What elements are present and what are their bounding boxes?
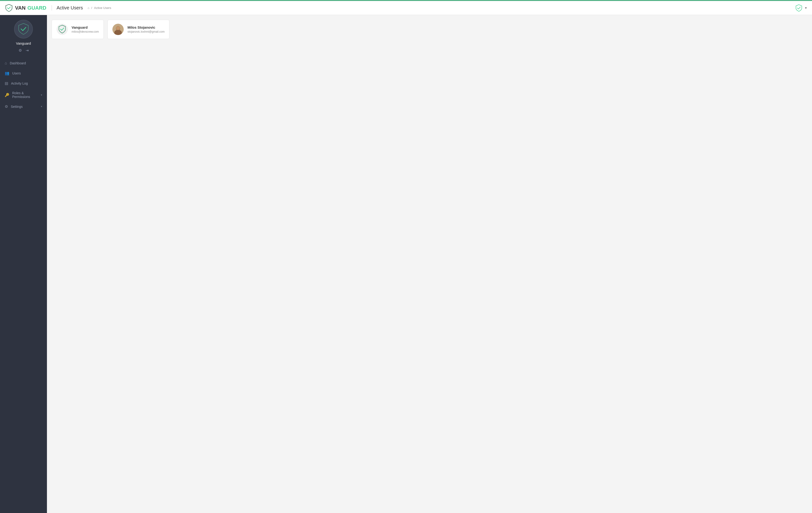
sidebar-item-roles-permissions-label: Roles & Permissions [12,91,38,99]
user-card-milos[interactable]: Milos Stojanovic stojanovic.loshmi@gmail… [108,20,169,39]
user-card-info-milos: Milos Stojanovic stojanovic.loshmi@gmail… [127,25,165,33]
sidebar-username: Vanguard [16,41,31,45]
breadcrumb-sep: / [91,6,92,10]
user-card-vanguard[interactable]: Vanguard milos@devscrew.com [52,20,104,39]
sidebar-item-settings[interactable]: ⚙ Settings ▾ [0,102,47,112]
user-avatar-vanguard [57,24,68,35]
brand-van: VAN [15,5,26,11]
user-avatar-milos [112,24,124,35]
brand-guard: GUARD [27,5,47,11]
page-title: Active Users [52,5,83,10]
breadcrumb-current: Active Users [94,6,111,10]
user-card-info-vanguard: Vanguard milos@devscrew.com [71,25,99,33]
sidebar-actions: ⚙ ⇥ [19,48,29,53]
top-accent-bar [0,0,812,1]
milos-photo-avatar [112,24,124,35]
sidebar-item-roles-permissions[interactable]: 🔑 Roles & Permissions ▾ [0,88,47,102]
activity-log-icon: ▤ [5,81,8,85]
user-card-name-milos: Milos Stojanovic [127,25,165,29]
navbar-right: ▼ [795,4,807,12]
brand-logo[interactable]: VANGUARD [5,4,47,12]
sidebar-item-settings-label: Settings [11,105,23,109]
sidebar: Vanguard ⚙ ⇥ ⌂ Dashboard 👥 Users ▤ Activ… [0,15,47,513]
logout-icon[interactable]: ⇥ [26,48,29,53]
brand-icon [5,4,13,12]
sidebar-avatar [14,20,33,38]
settings-chevron-icon: ▾ [41,105,42,108]
breadcrumb: ⌂ / Active Users [88,6,111,10]
breadcrumb-home-icon: ⌂ [88,6,89,10]
users-icon: 👥 [5,71,9,75]
user-card-name-vanguard: Vanguard [71,25,99,29]
user-card-email-milos: stojanovic.loshmi@gmail.com [127,30,165,33]
sidebar-shield-icon [17,23,30,36]
vanguard-shield-avatar [57,24,68,35]
settings-nav-icon: ⚙ [5,104,8,109]
navbar-dropdown-arrow[interactable]: ▼ [805,6,807,10]
settings-icon[interactable]: ⚙ [19,48,22,53]
sidebar-nav: ⌂ Dashboard 👥 Users ▤ Activity Log 🔑 Rol… [0,58,47,112]
sidebar-item-users[interactable]: 👥 Users [0,68,47,78]
main-content: Vanguard milos@devscrew.com [47,15,812,513]
user-cards-container: Vanguard milos@devscrew.com [52,20,807,39]
user-card-email-vanguard: milos@devscrew.com [71,30,99,33]
navbar-shield-icon[interactable] [795,4,803,12]
navbar: VANGUARD Active Users ⌂ / Active Users ▼ [0,1,812,15]
roles-icon: 🔑 [5,93,9,97]
roles-chevron-icon: ▾ [41,93,42,97]
sidebar-item-dashboard[interactable]: ⌂ Dashboard [0,58,47,68]
sidebar-item-dashboard-label: Dashboard [10,61,26,65]
sidebar-item-activity-log-label: Activity Log [11,82,28,85]
dashboard-icon: ⌂ [5,61,7,65]
main-layout: Vanguard ⚙ ⇥ ⌂ Dashboard 👥 Users ▤ Activ… [0,15,812,513]
sidebar-item-activity-log[interactable]: ▤ Activity Log [0,78,47,88]
sidebar-item-users-label: Users [12,72,21,75]
